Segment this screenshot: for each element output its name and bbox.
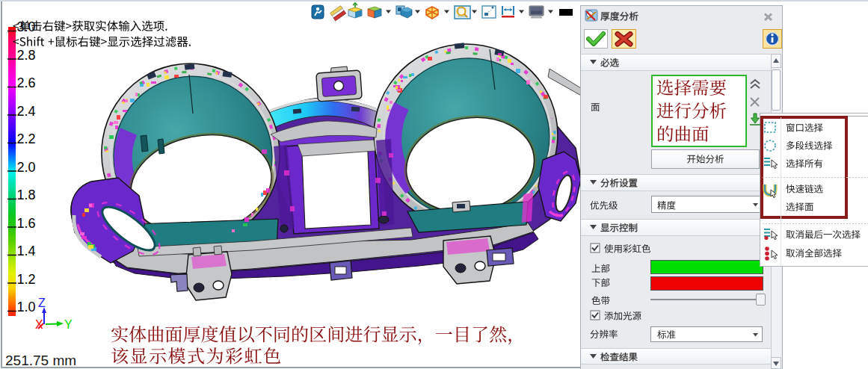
svg-text:Z: Z — [38, 297, 46, 309]
svg-text:2.0: 2.0 — [17, 160, 36, 175]
svg-text:2.8: 2.8 — [17, 48, 36, 63]
svg-text:1.2: 1.2 — [17, 272, 36, 287]
svg-text:X: X — [35, 318, 43, 331]
svg-text:2.4: 2.4 — [17, 104, 36, 119]
svg-text:2.2: 2.2 — [17, 131, 36, 146]
svg-text:1.6: 1.6 — [17, 216, 36, 231]
svg-text:Y: Y — [64, 318, 73, 331]
svg-text:251.75 mm: 251.75 mm — [5, 353, 76, 368]
svg-text:2.6: 2.6 — [17, 75, 36, 90]
svg-text:1.4: 1.4 — [17, 244, 36, 258]
svg-text:1.0: 1.0 — [17, 300, 36, 314]
svg-text:1.8: 1.8 — [17, 187, 36, 202]
